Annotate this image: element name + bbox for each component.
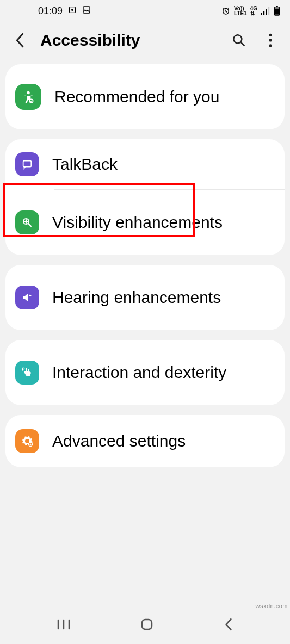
svg-text:−: − bbox=[29, 298, 32, 302]
settings-list: Recommended for you TalkBack Visibility … bbox=[0, 64, 290, 467]
status-right: Vo)) LTE1 4G ⇅ bbox=[221, 6, 280, 16]
4g-label: 4G ⇅ bbox=[250, 6, 257, 16]
item-label: Interaction and dexterity bbox=[52, 362, 226, 383]
svg-rect-25 bbox=[142, 620, 152, 629]
status-bar: 01:09 Vo)) LTE1 4G ⇅ bbox=[0, 0, 290, 22]
svg-rect-7 bbox=[268, 7, 270, 15]
navigation-bar bbox=[0, 610, 290, 644]
card-talkback-visibility: TalkBack Visibility enhancements bbox=[5, 139, 285, 255]
item-advanced[interactable]: Advanced settings bbox=[5, 415, 285, 467]
item-talkback[interactable]: TalkBack bbox=[5, 139, 285, 189]
signal-icon bbox=[261, 7, 270, 15]
item-hearing[interactable]: +− Hearing enhancements bbox=[5, 265, 285, 330]
svg-rect-2 bbox=[83, 7, 90, 13]
item-recommended[interactable]: Recommended for you bbox=[5, 64, 285, 129]
alarm-icon bbox=[221, 6, 231, 16]
clock: 01:09 bbox=[38, 5, 63, 17]
item-visibility[interactable]: Visibility enhancements bbox=[5, 190, 285, 255]
card-advanced: Advanced settings bbox=[5, 415, 285, 467]
hearing-icon: +− bbox=[15, 286, 39, 309]
item-label: Advanced settings bbox=[52, 431, 186, 451]
svg-point-12 bbox=[269, 34, 272, 36]
item-label: Recommended for you bbox=[54, 86, 220, 107]
nav-home[interactable] bbox=[139, 617, 155, 634]
interaction-icon bbox=[15, 361, 39, 385]
item-interaction[interactable]: Interaction and dexterity bbox=[5, 340, 285, 405]
svg-rect-5 bbox=[263, 11, 265, 15]
card-interaction: Interaction and dexterity bbox=[5, 340, 285, 405]
search-button[interactable] bbox=[228, 29, 250, 51]
advanced-icon bbox=[15, 429, 39, 453]
svg-point-15 bbox=[27, 91, 29, 94]
talkback-icon bbox=[15, 152, 39, 176]
volte-label: Vo)) LTE1 bbox=[234, 6, 247, 16]
svg-rect-17 bbox=[23, 161, 32, 167]
battery-icon bbox=[274, 6, 280, 16]
accessibility-icon bbox=[15, 84, 41, 110]
svg-point-14 bbox=[269, 44, 272, 47]
svg-point-13 bbox=[269, 39, 272, 41]
svg-rect-4 bbox=[261, 13, 262, 15]
visibility-icon bbox=[15, 210, 39, 234]
status-left: 01:09 bbox=[38, 5, 91, 17]
back-button[interactable] bbox=[9, 29, 30, 51]
svg-rect-10 bbox=[275, 9, 279, 15]
item-label: Hearing enhancements bbox=[52, 287, 221, 308]
app-bar: Accessibility bbox=[0, 22, 290, 64]
nav-recents[interactable] bbox=[56, 617, 71, 634]
image-icon bbox=[82, 5, 91, 17]
clock-icon bbox=[68, 5, 77, 17]
page-title: Accessibility bbox=[40, 31, 218, 49]
watermark: wsxdn.com bbox=[255, 603, 288, 609]
svg-point-11 bbox=[233, 35, 242, 43]
svg-rect-6 bbox=[266, 9, 267, 15]
svg-point-1 bbox=[71, 9, 73, 11]
card-hearing: +− Hearing enhancements bbox=[5, 265, 285, 330]
item-label: Visibility enhancements bbox=[52, 212, 223, 233]
card-recommended: Recommended for you bbox=[5, 64, 285, 129]
nav-back[interactable] bbox=[223, 617, 235, 634]
item-label: TalkBack bbox=[52, 154, 118, 175]
more-button[interactable] bbox=[260, 29, 281, 51]
